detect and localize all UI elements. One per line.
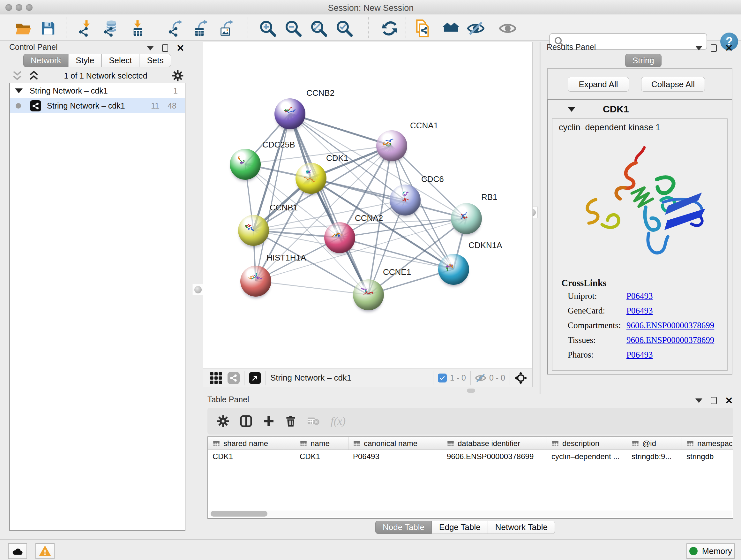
network-edge[interactable] — [256, 281, 368, 295]
column-visibility-icon[interactable] — [240, 415, 252, 427]
network-node-CDKN1A[interactable] — [438, 254, 469, 285]
show-results-eye-icon[interactable] — [498, 20, 517, 37]
column-header-name[interactable]: name — [295, 437, 348, 449]
control-panel-float-icon[interactable] — [162, 44, 168, 52]
network-edge[interactable] — [290, 114, 392, 145]
table-cell[interactable]: CDK1 — [208, 450, 295, 463]
network-node-CCNA1[interactable] — [376, 130, 407, 161]
crosslink-link[interactable]: P06493 — [626, 350, 653, 360]
left-splitter-handle[interactable] — [192, 284, 204, 295]
open-session-icon[interactable] — [14, 20, 33, 37]
tab-select[interactable]: Select — [102, 54, 139, 67]
save-session-icon[interactable] — [39, 20, 58, 37]
expand-all-button[interactable]: Expand All — [568, 77, 629, 91]
table-row[interactable]: CDK1CDK1P064939606.ENSP00000378699cyclin… — [208, 450, 733, 463]
crosslink-link[interactable]: P06493 — [626, 291, 653, 301]
right-splitter[interactable] — [540, 42, 541, 394]
column-header-shared-name[interactable]: shared name — [208, 437, 295, 449]
memory-button[interactable]: Memory — [686, 543, 735, 559]
network-view-toolbar: String Network – cdk1 1 - 0 0 - 0 — [203, 368, 533, 387]
table-cell[interactable]: CDK1 — [295, 450, 348, 463]
table-hscrollbar[interactable] — [209, 510, 732, 517]
tab-network-table[interactable]: Network Table — [488, 521, 555, 534]
network-node-CDC6[interactable] — [390, 185, 421, 215]
tab-network[interactable]: Network — [23, 54, 68, 67]
import-network-file-icon[interactable] — [76, 20, 95, 37]
table-hscrollbar-thumb[interactable] — [211, 511, 267, 516]
column-header-namespace[interactable]: namespace — [682, 437, 733, 449]
apply-layout-icon[interactable] — [380, 20, 399, 37]
network-node-CCNB2[interactable] — [274, 98, 306, 129]
network-node-CCNB1[interactable] — [238, 215, 269, 246]
table-cell[interactable]: stringdb — [682, 450, 733, 463]
table-panel-collapse-icon[interactable] — [695, 398, 702, 403]
tab-sets[interactable]: Sets — [139, 54, 171, 67]
network-node-RB1[interactable] — [451, 203, 482, 234]
hide-results-eye-slash-icon[interactable] — [466, 20, 485, 37]
zoom-selected-icon[interactable] — [335, 20, 354, 37]
expand-all-icon[interactable] — [28, 70, 39, 81]
warnings-button[interactable] — [36, 543, 55, 559]
table-cell[interactable]: cyclin–dependent ... — [547, 450, 627, 463]
results-panel-close-icon[interactable]: ✕ — [725, 45, 733, 52]
network-canvas[interactable]: CCNB2CCNA1CDC25BCDK1CDC6RB1CCNB1CCNA2CDK… — [203, 42, 533, 368]
add-column-icon[interactable] — [263, 415, 274, 427]
control-panel-close-icon[interactable]: ✕ — [177, 45, 185, 52]
bottom-splitter-handle[interactable] — [467, 388, 475, 393]
results-panel-collapse-icon[interactable] — [695, 46, 702, 51]
network-share-icon[interactable] — [227, 372, 240, 384]
zoom-in-icon[interactable] — [258, 20, 277, 37]
table-cell[interactable]: P06493 — [348, 450, 442, 463]
network-options-gear-icon[interactable] — [172, 70, 184, 81]
network-node-CDK1[interactable] — [295, 163, 327, 194]
tab-style[interactable]: Style — [68, 54, 102, 67]
network-node-CCNA2[interactable] — [324, 222, 355, 253]
column-header-database-identifier[interactable]: database identifier — [442, 437, 547, 449]
import-network-database-icon[interactable] — [102, 20, 121, 37]
tab-node-table[interactable]: Node Table — [375, 521, 432, 534]
network-collection-row[interactable]: String Network – cdk1 1 — [10, 83, 185, 98]
home-icon[interactable] — [441, 20, 461, 37]
crosslink-link[interactable]: 9606.ENSP00000378699 — [626, 320, 714, 330]
selected-nodes-checkbox-icon[interactable] — [438, 374, 447, 382]
table-cell[interactable]: 9606.ENSP00000378699 — [442, 450, 547, 463]
table-panel-close-icon[interactable]: ✕ — [725, 397, 733, 404]
zoom-fit-icon[interactable] — [309, 20, 328, 37]
tab-edge-table[interactable]: Edge Table — [432, 521, 488, 534]
node-section-header[interactable]: CDK1 — [548, 100, 732, 118]
table-options-gear-icon[interactable] — [217, 415, 229, 427]
column-namespace-icon — [447, 440, 455, 447]
crosslink-link[interactable]: P06493 — [626, 306, 653, 316]
function-builder-icon[interactable]: f(x) — [331, 415, 346, 427]
delete-table-icon[interactable] — [307, 416, 320, 426]
results-panel-float-icon[interactable] — [711, 44, 717, 52]
network-row-selected[interactable]: String Network – cdk1 11 48 — [10, 98, 185, 113]
network-node-HIST1H1A[interactable] — [240, 266, 271, 297]
cloud-status-button[interactable] — [8, 543, 27, 559]
control-panel-collapse-icon[interactable] — [147, 46, 154, 51]
collapse-all-button[interactable]: Collapse All — [641, 77, 705, 91]
column-header-@id[interactable]: @id — [627, 437, 682, 449]
export-network-icon[interactable] — [166, 20, 185, 37]
tab-string[interactable]: String — [625, 54, 662, 67]
export-image-icon[interactable] — [217, 20, 237, 37]
birds-eye-view-icon[interactable] — [515, 372, 527, 384]
hidden-eye-slash-icon[interactable] — [475, 374, 486, 382]
section-expander-icon[interactable] — [568, 107, 576, 112]
column-header-description[interactable]: description — [547, 437, 627, 449]
column-header-canonical-name[interactable]: canonical name — [348, 437, 442, 449]
detach-view-icon[interactable] — [249, 372, 261, 384]
network-node-CCNE1[interactable] — [353, 279, 384, 310]
table-cell[interactable]: stringdb:9... — [627, 450, 682, 463]
crosslink-link[interactable]: 9606.ENSP00000378699 — [626, 335, 714, 345]
delete-column-icon[interactable] — [285, 415, 296, 427]
clone-network-icon[interactable] — [414, 20, 433, 37]
network-node-CDC25B[interactable] — [230, 149, 261, 180]
zoom-out-icon[interactable] — [284, 20, 303, 37]
import-table-icon[interactable] — [127, 20, 146, 37]
table-panel-float-icon[interactable] — [711, 397, 717, 404]
grid-view-icon[interactable] — [210, 372, 222, 384]
collapse-all-icon[interactable] — [12, 70, 23, 81]
collection-expander-icon[interactable] — [15, 88, 23, 93]
export-table-icon[interactable] — [192, 20, 211, 37]
